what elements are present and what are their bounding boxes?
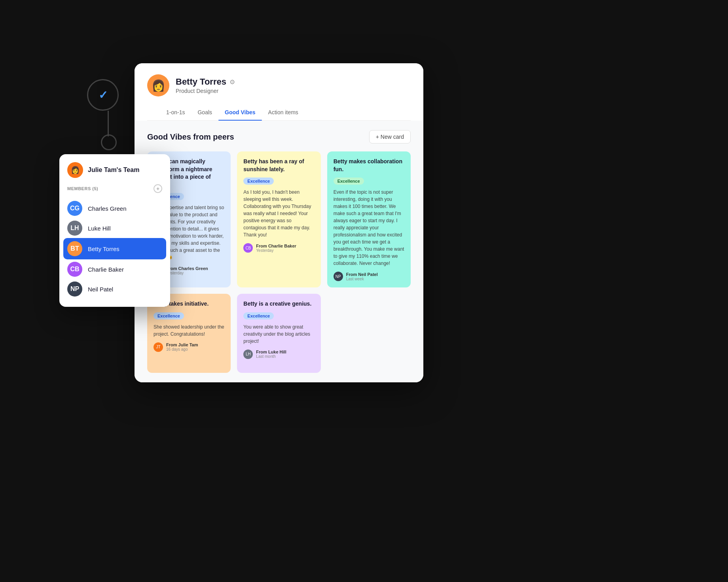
member-row[interactable]: CB Charlie Baker bbox=[67, 259, 162, 279]
profile-info: 👩 Betty Torres ⚙ Product Designer bbox=[147, 74, 411, 96]
member-name: Charles Green bbox=[88, 205, 127, 212]
card-author-name: From Neil Patel bbox=[346, 272, 378, 277]
card-author-time: 16 days ago bbox=[166, 347, 198, 351]
card-footer: JT From Julie Tam 16 days ago bbox=[154, 342, 224, 352]
section-title: Good Vibes from peers bbox=[147, 132, 234, 142]
member-avatar: NP bbox=[67, 282, 82, 297]
tab-action-items[interactable]: Action items bbox=[262, 104, 305, 120]
card-title: Betty has been a ray of sunshine lately. bbox=[243, 158, 314, 173]
card-author-name: From Julie Tam bbox=[166, 342, 198, 347]
card-text: You were able to show great creativity u… bbox=[243, 323, 314, 345]
member-name: Luke Hill bbox=[88, 225, 111, 232]
profile-name: Betty Torres bbox=[176, 77, 226, 87]
team-avatar: 👩 bbox=[67, 162, 83, 178]
tab-1on1s[interactable]: 1-on-1s bbox=[160, 104, 191, 120]
member-row[interactable]: LH Luke Hill bbox=[67, 218, 162, 238]
member-avatar: LH bbox=[67, 221, 82, 236]
member-name: Betty Torres bbox=[88, 246, 119, 252]
vibes-card-2[interactable]: Betty has been a ray of sunshine lately.… bbox=[237, 151, 320, 287]
card-author-time: Last week bbox=[346, 277, 378, 281]
tab-goals[interactable]: Goals bbox=[191, 104, 218, 120]
card-author-info: From Julie Tam 16 days ago bbox=[166, 342, 198, 351]
main-panel: 👩 Betty Torres ⚙ Product Designer 1-on-1… bbox=[135, 63, 423, 382]
tabs-nav: 1-on-1s Goals Good Vibes Action items bbox=[147, 104, 411, 121]
team-name: Julie Tam's Team bbox=[88, 166, 139, 174]
card-author-avatar: LH bbox=[243, 350, 253, 359]
card-badge: Excellence bbox=[154, 312, 184, 319]
member-avatar: CB bbox=[67, 262, 82, 277]
good-vibes-section: Good Vibes from peers + New card Betty c… bbox=[135, 121, 423, 382]
member-row[interactable]: NP Neil Patel bbox=[67, 279, 162, 299]
add-member-button[interactable]: + bbox=[154, 184, 162, 193]
member-avatar: CG bbox=[67, 201, 82, 216]
card-author-avatar: NP bbox=[334, 272, 343, 281]
card-author-name: From Luke Hill bbox=[256, 350, 286, 354]
card-footer: LH From Luke Hill Last month bbox=[243, 350, 314, 359]
profile-name-row: Betty Torres ⚙ bbox=[176, 77, 411, 87]
bg-small-circle bbox=[101, 134, 117, 150]
bg-connector-line bbox=[108, 111, 109, 136]
card-author-avatar: CB bbox=[243, 243, 253, 253]
profile-avatar: 👩 bbox=[147, 74, 169, 96]
card-author-info: From Charlie Baker Yesterday bbox=[256, 244, 296, 253]
section-header: Good Vibes from peers + New card bbox=[147, 130, 411, 144]
card-author-time: Yesterday bbox=[256, 248, 296, 253]
card-author-info: From Luke Hill Last month bbox=[256, 350, 286, 359]
profile-details: Betty Torres ⚙ Product Designer bbox=[176, 77, 411, 94]
member-name: Neil Patel bbox=[88, 286, 113, 293]
card-footer: NP From Neil Patel Last week bbox=[334, 272, 404, 281]
card-footer: CB From Charlie Baker Yesterday bbox=[243, 243, 314, 253]
tab-good-vibes[interactable]: Good Vibes bbox=[218, 104, 262, 120]
card-text: Even if the topic is not super interesti… bbox=[334, 189, 404, 267]
member-avatar: BT bbox=[67, 241, 82, 256]
new-card-button[interactable]: + New card bbox=[369, 130, 411, 144]
bg-check-circle: ✓ bbox=[87, 79, 119, 111]
vibes-card-5[interactable]: Betty is a creative genius. Excellence Y… bbox=[237, 294, 320, 373]
profile-role: Product Designer bbox=[176, 88, 411, 94]
vibes-card-3[interactable]: Betty makes collaboration fun. Excellenc… bbox=[327, 151, 411, 287]
member-row[interactable]: CG Charles Green bbox=[67, 198, 162, 218]
card-author-name: From Charles Green bbox=[166, 266, 208, 271]
card-badge: Excellence bbox=[334, 178, 364, 185]
card-author-time: Last month bbox=[256, 354, 286, 359]
members-list: CG Charles Green LH Luke Hill BT Betty T… bbox=[67, 198, 162, 299]
member-name: Charlie Baker bbox=[88, 266, 124, 273]
card-badge: Excellence bbox=[243, 178, 274, 185]
card-author-name: From Charlie Baker bbox=[256, 244, 296, 248]
member-row[interactable]: BT Betty Torres bbox=[63, 238, 166, 259]
card-badge: Excellence bbox=[243, 312, 274, 319]
settings-icon[interactable]: ⚙ bbox=[229, 78, 237, 85]
card-author-avatar: JT bbox=[154, 342, 163, 352]
card-author-info: From Neil Patel Last week bbox=[346, 272, 378, 281]
cards-grid: Betty can magically transform a nightmar… bbox=[147, 151, 411, 373]
card-text: As I told you, I hadn't been sleeping we… bbox=[243, 189, 314, 238]
members-label: MEMBERS (5) bbox=[67, 186, 98, 191]
card-title: Betty is a creative genius. bbox=[243, 300, 314, 308]
card-author-info: From Charles Green Yesterday bbox=[166, 266, 208, 275]
members-header: MEMBERS (5) + bbox=[67, 184, 162, 193]
card-text: She showed leadership under the project.… bbox=[154, 323, 224, 338]
team-panel: 👩 Julie Tam's Team MEMBERS (5) + CG Char… bbox=[59, 154, 170, 307]
card-author-time: Yesterday bbox=[166, 271, 208, 275]
team-header: 👩 Julie Tam's Team bbox=[67, 162, 162, 178]
card-title: Betty makes collaboration fun. bbox=[334, 158, 404, 173]
profile-header: 👩 Betty Torres ⚙ Product Designer 1-on-1… bbox=[135, 63, 423, 121]
